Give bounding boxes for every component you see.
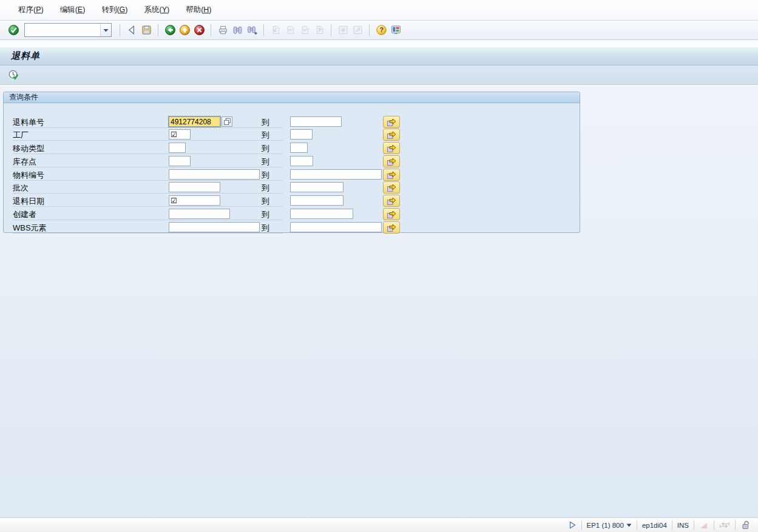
toolbar-separator [211,24,211,36]
response-time-icon [699,520,709,530]
range-to-input[interactable] [290,156,313,166]
help-icon[interactable]: ? [375,24,387,36]
to-label: 到 [262,209,269,220]
range-to-input[interactable] [290,182,343,192]
system-dropdown-icon[interactable] [626,524,632,527]
statusbar-separator [672,520,672,530]
multiple-selection-button[interactable] [383,195,400,207]
field-label: 物料编号 [13,170,44,181]
toolbar-gap [0,40,758,47]
sap-gui-window: 程序(P)编辑(E)转到(G)系统(Y)帮助(H) [0,0,758,532]
print-icon[interactable] [217,24,229,36]
toolbar-separator [263,24,264,36]
standard-toolbar: ? [0,21,758,40]
range-to-input[interactable] [290,222,382,232]
groupbox-body: 退料单号到工厂到移动类型到库存点到物料编号到批次到退料日期到创建者到WBS元素到 [4,103,580,232]
statusbar-separator [735,520,736,530]
toolbar-separator [331,24,331,36]
range-from-input[interactable] [169,182,220,192]
range-from-input[interactable] [169,209,230,219]
range-to-input[interactable] [290,143,308,153]
field-label: 库存点 [13,157,36,167]
range-from-input[interactable] [169,129,191,140]
system-session-field[interactable]: EP1 (1) 800 [587,522,632,529]
range-to-input[interactable] [290,209,353,219]
multiple-selection-button[interactable] [383,181,400,194]
multiple-selection-button[interactable] [383,208,400,220]
range-from-input[interactable] [169,169,260,180]
insert-mode-text: INS [677,522,689,529]
menu-item-h[interactable]: 帮助(H) [186,5,211,15]
groupbox-title: 查询条件 [4,92,580,103]
multiple-selection-button[interactable] [383,129,400,141]
to-label: 到 [262,130,269,141]
field-label: WBS元素 [13,223,47,234]
to-label: 到 [262,196,269,207]
row-guide-line [13,180,283,181]
statusbar-separator [714,520,714,530]
save-icon[interactable] [140,24,152,36]
status-services-icon[interactable] [568,520,577,530]
first-page-icon [269,24,282,36]
command-dropdown-icon[interactable] [100,24,111,36]
field-label: 工厂 [13,130,29,141]
command-field[interactable] [24,23,112,37]
range-from-input[interactable] [169,116,220,127]
exit-icon[interactable] [178,24,191,36]
menu-item-y[interactable]: 系统(Y) [144,5,169,15]
statusbar-separator [637,520,637,530]
new-session-icon [337,24,349,36]
back-icon[interactable] [164,24,176,36]
find-icon[interactable] [231,24,243,36]
field-label: 创建者 [13,209,36,220]
find-next-icon[interactable] [246,24,258,36]
field-label: 移动类型 [13,143,44,154]
range-from-input[interactable] [169,222,260,232]
statusbar-separator [694,520,694,530]
range-from-input[interactable] [169,143,186,153]
statusbar-separator [581,520,582,530]
multiple-selection-button[interactable] [383,155,400,167]
status-bar: EP1 (1) 800 ep1di04 INS [0,517,758,532]
system-session-text: EP1 (1) 800 [587,522,624,529]
range-from-input[interactable] [169,195,220,206]
range-to-input[interactable] [290,169,382,180]
row-guide-line [13,193,283,194]
back-arrow-icon[interactable] [126,24,138,36]
customize-layout-icon[interactable] [390,24,402,36]
range-to-input[interactable] [290,116,342,127]
multiple-selection-button[interactable] [383,169,400,181]
row-guide-line [13,153,283,154]
cancel-icon[interactable] [193,24,205,36]
possible-entries-button[interactable] [222,116,232,127]
enter-icon[interactable] [7,24,19,36]
security-lock-icon[interactable] [740,520,751,530]
to-label: 到 [262,117,269,128]
field-label: 退料单号 [13,117,44,128]
toolbar-separator [369,24,370,36]
command-input[interactable] [25,25,100,35]
last-page-icon [313,24,325,36]
multiple-selection-button[interactable] [383,221,400,234]
to-label: 到 [262,223,269,234]
to-label: 到 [262,143,269,154]
menu-item-e[interactable]: 编辑(E) [60,5,86,15]
screen-title-bar: 退料单 [0,47,758,66]
row-guide-line [13,127,283,128]
row-guide-line [13,206,283,207]
execute-icon[interactable] [8,69,20,81]
range-from-input[interactable] [169,156,191,166]
multiple-selection-button[interactable] [383,116,400,128]
toolbar-separator [158,24,158,36]
range-to-input[interactable] [290,195,343,206]
server-name-text: ep1di04 [642,522,667,529]
to-label: 到 [262,183,269,194]
data-transfer-icon [719,520,730,530]
toolbar-separator [120,24,120,36]
row-guide-line [13,233,283,234]
menu-item-g[interactable]: 转到(G) [101,5,127,15]
next-page-icon [299,24,311,36]
multiple-selection-button[interactable] [383,142,400,154]
menu-item-p[interactable]: 程序(P) [18,5,44,15]
range-to-input[interactable] [290,129,313,140]
